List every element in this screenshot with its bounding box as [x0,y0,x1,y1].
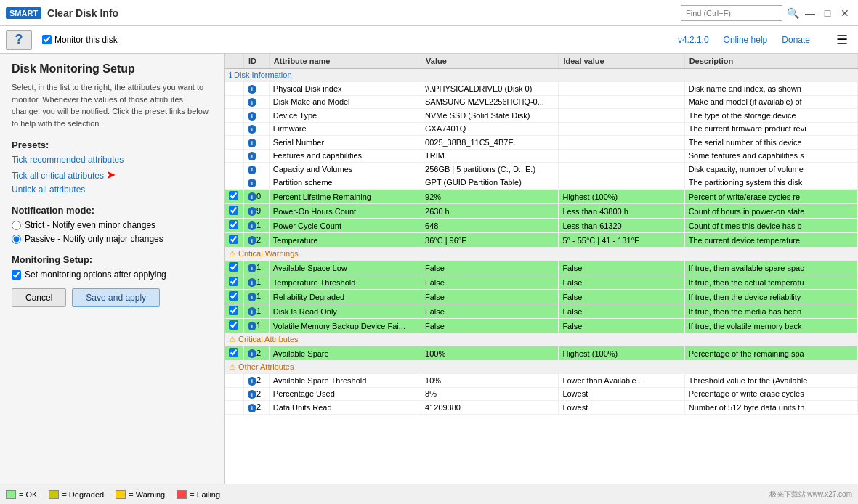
attr-desc-cell: Disk capacity, number of volume [684,163,857,176]
table-section-row: ⚠ Critical Attributes [225,333,858,346]
row-checkbox[interactable] [229,291,238,301]
radio-strict[interactable]: Strict - Notify even minor changes [12,220,213,230]
cancel-button[interactable]: Cancel [12,288,66,307]
table-row: i2.Percentage Used8%LowestPercentage of … [225,387,858,401]
info-icon[interactable]: i [248,152,256,160]
table-row: iSerial Number0025_38B8_11C5_4B7E.The se… [225,136,858,150]
search-icon[interactable]: 🔍 [785,6,800,20]
maximize-icon[interactable]: □ [820,6,835,20]
notification-label: Notification mode: [12,205,213,216]
attr-ideal-cell: Less than 61320 [559,219,684,233]
preset-tick-recommended[interactable]: Tick recommended attributes [12,155,213,165]
radio-strict-input[interactable] [12,221,21,230]
attr-ideal-cell [559,163,684,176]
attr-ideal-cell: False [559,261,684,275]
info-icon[interactable]: i [248,98,256,107]
left-panel: Disk Monitoring Setup Select, in the lis… [0,54,225,484]
info-icon[interactable]: i [248,349,256,358]
legend-failing-label: = Failing [190,490,220,499]
monitoring-checkbox-option[interactable]: Set monitoring options after applying [12,269,213,280]
attr-name-cell: Device Type [269,109,421,123]
row-checkbox[interactable] [229,220,238,229]
monitoring-checkbox-label: Set monitoring options after applying [25,269,166,280]
attr-name-cell: Temperature [269,233,421,248]
table-row: iCapacity and Volumes256GB | 5 partition… [225,163,858,176]
table-section-row: ⚠ Other Attributes [225,361,858,374]
search-input[interactable] [681,5,782,21]
attr-desc-cell: Count of times this device has b [684,219,857,233]
row-checkbox[interactable] [229,348,238,357]
right-panel[interactable]: ID Attribute name Value Ideal value Desc… [225,54,858,484]
attr-value-cell: 36°C | 96°F [421,233,559,248]
table-row: i0Percent Lifetime Remaining92%Highest (… [225,190,858,204]
legend-ok-box [6,490,16,499]
attr-ideal-cell: Highest (100%) [559,190,684,204]
table-row: i2.Temperature36°C | 96°F5° - 55°C | 41 … [225,233,858,248]
row-checkbox[interactable] [229,235,238,244]
col-header-attr: Attribute name [269,54,421,69]
preset-tick-critical[interactable]: Tick all critical attributes ➤ [12,168,213,182]
info-icon[interactable]: i [248,112,256,121]
radio-passive-input[interactable] [12,235,21,244]
attr-name-cell: Disk Is Read Only [269,304,421,319]
save-button[interactable]: Save and apply [72,288,160,307]
info-icon[interactable]: i [248,125,256,134]
button-row: Cancel Save and apply [12,288,213,307]
attr-value-cell: 0025_38B8_11C5_4B7E. [421,136,559,150]
info-icon[interactable]: i [248,166,256,174]
attr-value-cell: TRIM [421,149,559,163]
info-icon[interactable]: i [248,377,256,386]
info-icon[interactable]: i [248,192,256,201]
info-icon[interactable]: i [248,221,256,230]
minimize-icon[interactable]: — [803,6,817,20]
attr-name-cell: Serial Number [269,136,421,150]
info-icon[interactable]: i [248,85,256,94]
info-icon[interactable]: i [248,293,256,301]
attr-name-cell: Available Space Low [269,261,421,275]
close-icon[interactable]: ✕ [838,6,852,20]
row-checkbox[interactable] [229,277,238,286]
info-icon[interactable]: i [248,278,256,287]
info-icon[interactable]: i [248,179,256,187]
legend-ok-label: = OK [19,490,37,499]
disk-icon-area: ? [6,30,35,50]
col-header-checkbox [225,54,243,69]
info-icon[interactable]: i [248,207,256,216]
radio-passive[interactable]: Passive - Notify only major changes [12,234,213,244]
info-icon[interactable]: i [248,139,256,147]
attr-name-cell: Available Spare [269,346,421,361]
legend-degraded-label: = Degraded [62,490,104,499]
attr-value-cell: 2630 h [421,204,559,219]
info-icon[interactable]: i [248,390,256,399]
info-icon[interactable]: i [248,236,256,245]
info-icon[interactable]: i [248,404,256,412]
attr-value-cell: 648 [421,219,559,233]
info-icon[interactable]: i [248,264,256,272]
row-checkbox[interactable] [229,206,238,215]
attr-ideal-cell: False [559,275,684,290]
row-checkbox[interactable] [229,262,238,272]
row-checkbox[interactable] [229,191,238,200]
version-link[interactable]: v4.2.1.0 [678,35,709,45]
attr-ideal-cell [559,176,684,190]
legend-warning: = Warning [116,490,165,499]
donate-link[interactable]: Donate [782,35,810,45]
attr-name-cell: Power-On Hours Count [269,204,421,219]
online-help-link[interactable]: Online help [724,35,768,45]
row-checkbox[interactable] [229,306,238,315]
info-icon[interactable]: i [248,322,256,330]
disk-icon: ? [6,30,32,50]
monitor-checkbox-area[interactable]: Monitor this disk [42,35,118,45]
preset-untick-all[interactable]: Untick all attributes [12,184,213,195]
attr-ideal-cell: Lower than Available ... [559,374,684,388]
attr-desc-cell: If true, then available spare spac [684,261,857,275]
info-icon[interactable]: i [248,307,256,316]
attr-name-cell: Percentage Used [269,387,421,401]
menu-button[interactable]: ☰ [832,31,852,49]
monitoring-checkbox-input[interactable] [12,270,21,280]
legend-ok: = OK [6,490,37,499]
row-checkbox[interactable] [229,320,238,330]
monitor-checkbox[interactable] [42,35,52,44]
attr-ideal-cell: 5° - 55°C | 41 - 131°F [559,233,684,248]
table-row: iFirmwareGXA7401QThe current firmware pr… [225,122,858,136]
